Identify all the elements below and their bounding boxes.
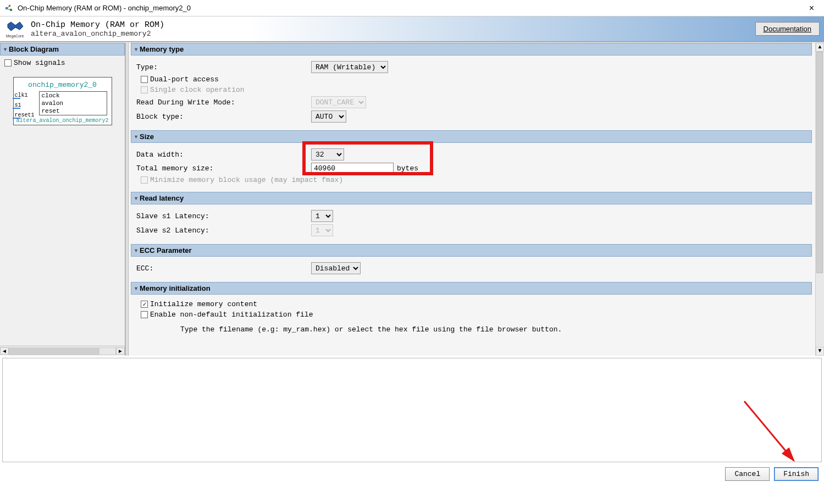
s2-latency-select: 1: [311, 224, 333, 236]
titlebar: On-Chip Memory (RAM or ROM) - onchip_mem…: [0, 0, 824, 16]
scroll-track[interactable]: [9, 347, 116, 355]
diagram-instance-name: onchip_memory2_0: [14, 81, 112, 89]
ecc-label: ECC:: [136, 264, 311, 273]
block-type-label: Block type:: [136, 113, 311, 121]
s2-latency-label: Slave s2 Latency:: [136, 226, 311, 235]
show-signals-checkbox[interactable]: [4, 59, 12, 67]
ecc-select[interactable]: Disabled: [311, 262, 361, 274]
init-content-checkbox[interactable]: [141, 301, 148, 308]
block-type-select[interactable]: AUTO: [311, 110, 346, 123]
signal-avalon: avalon: [40, 99, 107, 107]
collapse-caret-icon: ▾: [135, 195, 137, 201]
header-strip: MegaCore On-Chip Memory (RAM or ROM) alt…: [0, 16, 824, 42]
type-select[interactable]: RAM (Writable): [311, 61, 388, 73]
rw-mode-label: Read During Write Mode:: [136, 98, 311, 107]
bytes-unit: bytes: [397, 164, 418, 173]
dual-port-label: Dual-port access: [150, 75, 219, 84]
svg-text:MegaCore: MegaCore: [6, 34, 24, 38]
port-line: [13, 108, 20, 109]
size-header[interactable]: ▾ Size: [131, 130, 812, 143]
type-label: Type:: [136, 63, 311, 71]
s1-latency-select[interactable]: 1: [311, 210, 333, 222]
data-width-select[interactable]: 32: [311, 148, 344, 160]
enable-nondefault-label: Enable non-default initialization file: [150, 311, 313, 319]
minimize-checkbox: [141, 176, 148, 184]
block-diagram: onchip_memory2_0 clk1 s1 reset1 clock av…: [13, 77, 112, 125]
window-title: On-Chip Memory (RAM or ROM) - onchip_mem…: [18, 4, 804, 12]
dual-port-checkbox[interactable]: [141, 76, 148, 83]
scroll-thumb[interactable]: [9, 348, 99, 355]
scroll-right-arrow[interactable]: ►: [116, 347, 125, 355]
port-line: [13, 98, 20, 99]
arrow-annotation: [733, 390, 810, 467]
group-read-latency: ▾ Read latency Slave s1 Latency: 1 Slave…: [131, 192, 812, 244]
group-memory-type: ▾ Memory type Type: RAM (Writable) Dual-…: [131, 43, 812, 130]
megacore-icon: MegaCore: [4, 19, 25, 40]
scroll-track[interactable]: [816, 52, 824, 347]
group-ecc: ▾ ECC Parameter ECC: Disabled: [131, 244, 812, 282]
total-size-label: Total memory size:: [136, 164, 311, 173]
diagram-inner-box: clock avalon reset: [39, 91, 107, 115]
right-panel: ▾ Memory type Type: RAM (Writable) Dual-…: [129, 43, 824, 356]
total-size-input[interactable]: [311, 163, 394, 174]
port-line: [13, 118, 20, 119]
init-file-hint: Type the filename (e.g: my_ram.hex) or s…: [180, 325, 562, 334]
init-content-label: Initialize memory content: [150, 300, 257, 308]
finish-button[interactable]: Finish: [774, 467, 819, 481]
signal-reset: reset: [40, 107, 107, 115]
left-panel: ▾ Block Diagram Show signals onchip_memo…: [0, 43, 125, 356]
enable-nondefault-checkbox[interactable]: [141, 311, 148, 318]
collapse-caret-icon: ▾: [4, 46, 7, 52]
component-subtitle: altera_avalon_onchip_memory2: [31, 30, 164, 38]
right-v-scrollbar[interactable]: ▲ ▼: [815, 43, 824, 356]
mem-init-title: Memory initialization: [140, 284, 211, 292]
read-latency-header[interactable]: ▾ Read latency: [131, 192, 812, 204]
cancel-button[interactable]: Cancel: [725, 467, 770, 481]
ecc-title: ECC Parameter: [140, 246, 192, 254]
block-diagram-title: Block Diagram: [9, 45, 59, 53]
minimize-label: Minimize memory block usage (may impact …: [150, 176, 343, 184]
main-area: ▾ Block Diagram Show signals onchip_memo…: [0, 42, 824, 356]
size-title: Size: [140, 132, 154, 141]
data-width-label: Data width:: [136, 151, 311, 159]
ecc-header[interactable]: ▾ ECC Parameter: [131, 244, 812, 257]
scroll-thumb[interactable]: [816, 52, 823, 273]
scroll-left-arrow[interactable]: ◄: [0, 347, 9, 355]
group-size: ▾ Size Data width: 32 Total memory size:…: [131, 130, 812, 192]
read-latency-title: Read latency: [140, 194, 184, 202]
s1-latency-label: Slave s1 Latency:: [136, 212, 311, 220]
diagram-footer: altera_avalon_onchip_memory2: [14, 118, 112, 124]
collapse-caret-icon: ▾: [135, 247, 137, 253]
collapse-caret-icon: ▾: [135, 46, 137, 52]
scroll-up-arrow[interactable]: ▲: [816, 43, 824, 52]
collapse-caret-icon: ▾: [135, 134, 137, 140]
scroll-down-arrow[interactable]: ▼: [816, 347, 824, 356]
signal-clock: clock: [40, 92, 107, 99]
single-clock-checkbox: [141, 86, 148, 93]
documentation-button[interactable]: Documentation: [755, 22, 820, 36]
group-mem-init: ▾ Memory initialization Initialize memor…: [131, 282, 812, 341]
mem-init-header[interactable]: ▾ Memory initialization: [131, 282, 812, 295]
rw-mode-select: DONT_CARE: [311, 96, 366, 108]
memory-type-header[interactable]: ▾ Memory type: [131, 43, 812, 56]
message-area: [2, 358, 822, 462]
memory-type-title: Memory type: [140, 45, 184, 53]
app-icon: [4, 4, 13, 13]
collapse-caret-icon: ▾: [135, 285, 137, 291]
component-title: On-Chip Memory (RAM or ROM): [31, 20, 164, 30]
dialog-footer: Cancel Finish: [0, 464, 824, 483]
show-signals-label: Show signals: [14, 59, 65, 67]
show-signals-row[interactable]: Show signals: [4, 59, 120, 67]
single-clock-label: Single clock operation: [150, 86, 245, 94]
svg-line-6: [744, 401, 794, 461]
left-h-scrollbar[interactable]: ◄ ►: [0, 346, 125, 356]
block-diagram-header[interactable]: ▾ Block Diagram: [0, 43, 125, 56]
close-button[interactable]: ×: [804, 2, 820, 14]
